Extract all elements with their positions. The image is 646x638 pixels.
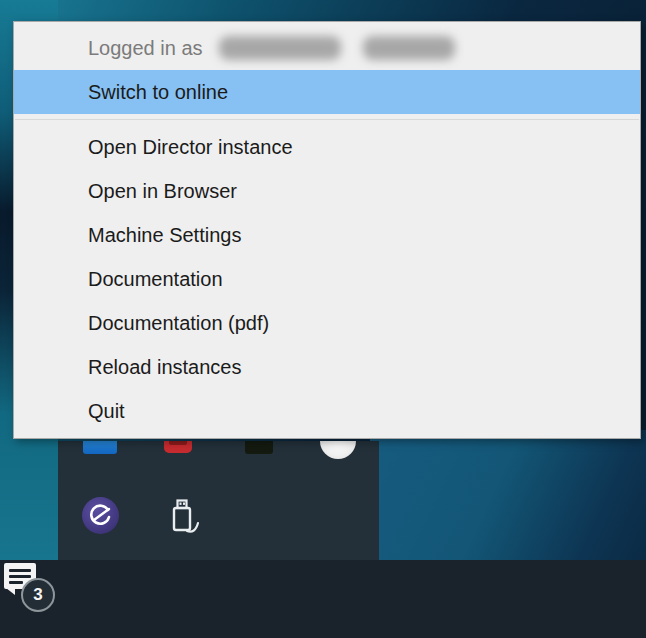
open-director-instance-label: Open Director instance: [88, 136, 293, 158]
tray-context-menu: Logged in as Switch to online Open Direc…: [13, 21, 641, 439]
green-app-tray-icon[interactable]: [245, 441, 273, 454]
machine-settings-label: Machine Settings: [88, 224, 241, 246]
documentation-label: Documentation: [88, 268, 223, 290]
menu-item-documentation-pdf[interactable]: Documentation (pdf): [14, 301, 640, 345]
quit-label: Quit: [88, 400, 125, 422]
notification-count: 3: [33, 585, 42, 605]
notification-count-badge: 3: [21, 578, 55, 612]
menu-item-open-in-browser[interactable]: Open in Browser: [14, 169, 640, 213]
menu-item-logged-in-as: Logged in as: [14, 26, 640, 70]
redacted-username: [219, 36, 341, 60]
menu-item-quit[interactable]: Quit: [14, 389, 640, 433]
white-disc-tray-icon[interactable]: [320, 441, 356, 459]
blue-app-tray-icon[interactable]: [83, 441, 117, 454]
usb-eject-tray-icon[interactable]: [165, 496, 205, 538]
logged-in-as-label: Logged in as: [88, 37, 203, 59]
switch-to-online-label: Switch to online: [88, 81, 228, 103]
documentation-pdf-label: Documentation (pdf): [88, 312, 269, 334]
reload-instances-label: Reload instances: [88, 356, 241, 378]
menu-item-documentation[interactable]: Documentation: [14, 257, 640, 301]
menu-item-open-director-instance[interactable]: Open Director instance: [14, 125, 640, 169]
open-in-browser-label: Open in Browser: [88, 180, 237, 202]
menu-separator: [15, 119, 639, 120]
redacted-username: [363, 36, 455, 60]
menu-item-machine-settings[interactable]: Machine Settings: [14, 213, 640, 257]
purple-app-tray-icon[interactable]: [82, 497, 119, 534]
taskbar: ENG US 2:50 PM 9/3/2025 3: [0, 560, 646, 638]
action-center-icon[interactable]: 3: [0, 560, 58, 616]
desktop-wallpaper-bottom-right: [370, 430, 646, 560]
menu-item-reload-instances[interactable]: Reload instances: [14, 345, 640, 389]
menu-item-switch-to-online[interactable]: Switch to online: [14, 70, 640, 114]
tray-overflow-flyout: [58, 441, 379, 560]
red-app-tray-icon[interactable]: [164, 441, 192, 453]
